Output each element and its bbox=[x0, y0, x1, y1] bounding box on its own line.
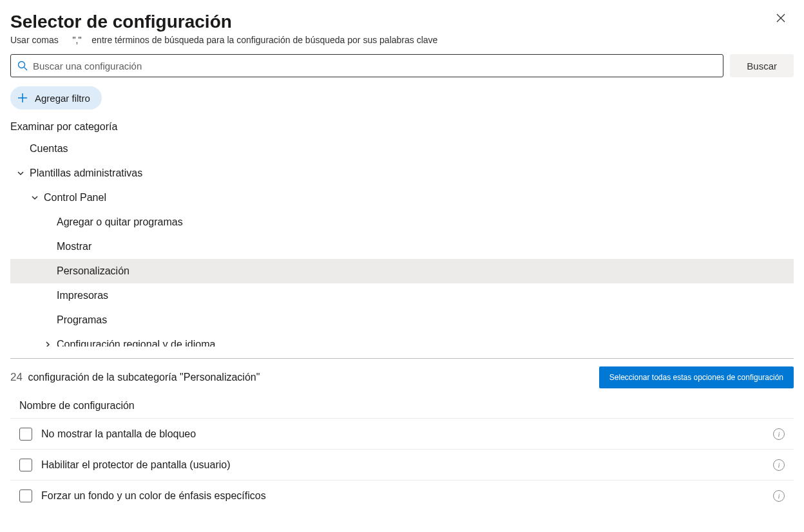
setting-name: No mostrar la pantalla de bloqueo bbox=[41, 428, 773, 440]
setting-name: Forzar un fondo y un color de énfasis es… bbox=[41, 490, 773, 502]
setting-row[interactable]: Habilitar el protector de pantalla (usua… bbox=[10, 449, 794, 480]
tree-item-label: Configuración regional y de idioma bbox=[57, 339, 215, 347]
tree-item[interactable]: Programas bbox=[10, 308, 794, 332]
tree-item[interactable]: Personalización bbox=[10, 259, 794, 283]
tree-item[interactable]: Impresoras bbox=[10, 283, 794, 308]
category-tree[interactable]: CuentasPlantillas administrativasControl… bbox=[10, 137, 794, 347]
tree-item-label: Control Panel bbox=[44, 192, 106, 204]
tree-item[interactable]: Agregar o quitar programas bbox=[10, 210, 794, 234]
subcategory-summary: 24 configuración de la subcategoría "Per… bbox=[10, 371, 260, 384]
page-title: Selector de configuración bbox=[10, 12, 794, 32]
setting-checkbox[interactable] bbox=[19, 459, 32, 471]
tree-item[interactable]: Control Panel bbox=[10, 185, 794, 210]
tree-item-label: Agregar o quitar programas bbox=[57, 216, 183, 228]
search-button[interactable]: Buscar bbox=[730, 54, 794, 77]
search-input-wrapper[interactable] bbox=[10, 54, 723, 77]
close-icon bbox=[776, 12, 786, 26]
hint-suffix: entre términos de búsqueda para la confi… bbox=[91, 35, 437, 45]
plus-icon bbox=[17, 92, 28, 104]
tree-item[interactable]: Cuentas bbox=[10, 137, 794, 161]
tree-item-label: Programas bbox=[57, 314, 107, 326]
tree-item-label: Cuentas bbox=[30, 143, 68, 155]
browse-heading: Examinar por categoría bbox=[10, 121, 794, 133]
setting-checkbox[interactable] bbox=[19, 489, 32, 502]
setting-checkbox[interactable] bbox=[19, 428, 32, 441]
search-input[interactable] bbox=[33, 61, 716, 71]
add-filter-button[interactable]: Agregar filtro bbox=[10, 86, 102, 109]
chevron-down-icon bbox=[30, 194, 40, 202]
info-icon[interactable]: i bbox=[773, 490, 785, 502]
chevron-down-icon bbox=[15, 169, 26, 177]
tree-item-label: Mostrar bbox=[57, 241, 91, 252]
setting-row[interactable]: No mostrar la pantalla de bloqueoi bbox=[10, 418, 794, 449]
select-all-button[interactable]: Seleccionar todas estas opciones de conf… bbox=[599, 366, 794, 388]
column-header-name: Nombre de configuración bbox=[10, 400, 794, 412]
tree-item-label: Impresoras bbox=[57, 290, 108, 301]
settings-list[interactable]: No mostrar la pantalla de bloqueoiHabili… bbox=[10, 418, 794, 527]
hint-prefix: Usar comas bbox=[10, 35, 59, 45]
result-label: configuración de la subcategoría "Person… bbox=[28, 372, 260, 383]
close-button[interactable] bbox=[773, 9, 789, 29]
divider bbox=[10, 358, 794, 359]
tree-item[interactable]: Plantillas administrativas bbox=[10, 161, 794, 185]
tree-item[interactable]: Configuración regional y de idioma bbox=[10, 332, 794, 347]
info-icon[interactable]: i bbox=[773, 459, 785, 471]
search-icon bbox=[17, 61, 28, 71]
setting-name: Habilitar el protector de pantalla (usua… bbox=[41, 459, 773, 471]
search-hint: Usar comas "," entre términos de búsqued… bbox=[10, 35, 794, 45]
tree-item[interactable]: Mostrar bbox=[10, 234, 794, 259]
result-count: 24 bbox=[10, 371, 23, 383]
add-filter-label: Agregar filtro bbox=[35, 93, 90, 104]
chevron-right-icon bbox=[43, 341, 53, 347]
info-icon[interactable]: i bbox=[773, 428, 785, 440]
setting-row[interactable]: Forzar un fondo y un color de énfasis es… bbox=[10, 480, 794, 511]
hint-comma: "," bbox=[61, 35, 90, 45]
svg-line-1 bbox=[24, 68, 28, 71]
tree-item-label: Personalización bbox=[57, 265, 129, 277]
tree-item-label: Plantillas administrativas bbox=[30, 167, 142, 179]
svg-point-0 bbox=[19, 62, 25, 68]
